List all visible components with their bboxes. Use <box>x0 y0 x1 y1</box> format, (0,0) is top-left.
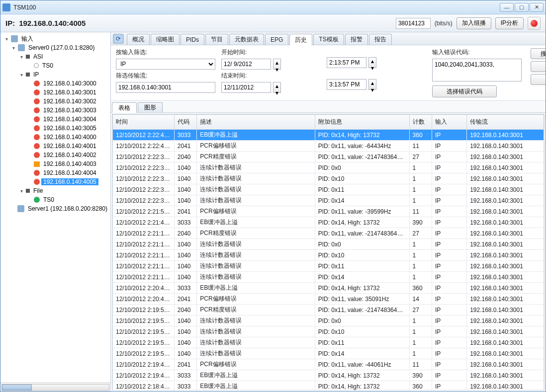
filter-by-input-select[interactable]: IP <box>116 59 215 70</box>
cell-ts: 192.168.0.140:3001 <box>467 370 544 381</box>
end-date-input[interactable] <box>221 82 271 93</box>
tree-node[interactable]: TS0 <box>1 195 109 204</box>
tree-node[interactable]: 192.168.0.140:3001 <box>1 88 109 97</box>
table-row[interactable]: 12/10/2012 2:19:45 ...3033EB缓冲器上溢PID: 0x… <box>113 370 544 381</box>
start-date-input[interactable] <box>221 59 271 70</box>
table-row[interactable]: 12/10/2012 2:21:17 ...1040连续计数器错误PID: 0x… <box>113 261 544 272</box>
table-row[interactable]: 12/10/2012 2:22:46 ...2041PCR偏移错误PID: 0x… <box>113 141 544 152</box>
tree-label: 192.168.0.140:3003 <box>41 107 98 114</box>
delete-all-button[interactable]: 删除所有 <box>531 74 546 85</box>
filter-ts-input[interactable] <box>116 82 215 93</box>
col-6[interactable]: 传输流 <box>467 115 544 130</box>
table-row[interactable]: 12/10/2012 2:22:37 ...1040连续计数器错误PID: 0x… <box>113 195 544 206</box>
tab-9[interactable]: 报告 <box>369 34 392 45</box>
err-icon <box>34 125 40 131</box>
cell-time: 12/10/2012 2:22:48 ... <box>113 130 175 141</box>
end-time-input[interactable] <box>327 79 366 90</box>
table-row[interactable]: 12/10/2012 2:22:37 ...1040连续计数器错误PID: 0x… <box>113 184 544 195</box>
tab-7[interactable]: TS模板 <box>313 34 344 45</box>
choose-error-code-button[interactable]: 选择错误代码 <box>432 85 497 97</box>
tree-node[interactable]: 192.168.0.140:4001 <box>1 142 109 151</box>
tree-node[interactable]: 192.168.0.140:4005 <box>1 177 109 186</box>
table-row[interactable]: 12/10/2012 2:21:17 ...1040连续计数器错误PID: 0x… <box>113 250 544 261</box>
tab-6[interactable]: 历史 <box>289 34 312 45</box>
tree-node[interactable]: 192.168.0.140:4003 <box>1 159 109 168</box>
table-row[interactable]: 12/10/2012 2:22:37 ...1040连续计数器错误PID: 0x… <box>113 162 544 173</box>
cell-code: 1040 <box>174 239 196 250</box>
tab-2[interactable]: PIDs <box>181 34 204 45</box>
tab-0[interactable]: 概况 <box>127 34 150 45</box>
table-row[interactable]: 12/10/2012 2:21:45 ...3033EB缓冲器上溢PID: 0x… <box>113 217 544 228</box>
table-row[interactable]: 12/10/2012 2:21:17 ...2040PCR精度错误PID: 0x… <box>113 228 544 239</box>
cell-input: IP <box>432 326 466 337</box>
col-5[interactable]: 输入 <box>432 115 466 130</box>
minimize-button[interactable]: — <box>500 3 514 12</box>
bitrate-field[interactable] <box>396 18 431 29</box>
table-row[interactable]: 12/10/2012 2:19:57 ...2040PCR精度错误PID: 0x… <box>113 305 544 315</box>
error-code-input[interactable]: 1040,2040,2041,3033, <box>432 59 522 81</box>
ip-analyze-button[interactable]: IP分析 <box>495 17 524 29</box>
tree-node[interactable]: 192.168.0.140:4004 <box>1 168 109 177</box>
search-button[interactable]: 搜索 <box>531 48 546 59</box>
tree-node[interactable]: Server1 (192.168.0.200:8280) <box>1 204 109 213</box>
start-time-spinner[interactable]: ▴▾ <box>368 57 376 68</box>
join-multicast-button[interactable]: 加入组播 <box>456 17 491 29</box>
tab-8[interactable]: 报警 <box>345 34 368 45</box>
cell-code: 3033 <box>174 217 196 228</box>
history-table-wrap[interactable]: 时间代码描述附加信息计数输入传输流 12/10/2012 2:22:48 ...… <box>112 114 545 391</box>
table-row[interactable]: 12/10/2012 2:21:17 ...1040连续计数器错误PID: 0x… <box>113 272 544 283</box>
record-button[interactable] <box>528 17 541 30</box>
tab-4[interactable]: 元数据表 <box>229 34 264 45</box>
close-button[interactable]: ✕ <box>530 3 544 12</box>
table-row[interactable]: 12/10/2012 2:19:49 ...2041PCR偏移错误PID: 0x… <box>113 359 544 370</box>
tree-node[interactable]: ▾输入 <box>1 34 109 43</box>
table-row[interactable]: 12/10/2012 2:22:37 ...1040连续计数器错误PID: 0x… <box>113 173 544 184</box>
table-row[interactable]: 12/10/2012 2:22:38 ...2040PCR精度错误PID: 0x… <box>113 152 544 162</box>
col-4[interactable]: 计数 <box>409 115 432 130</box>
end-time-spinner[interactable]: ▴▾ <box>368 79 376 90</box>
table-row[interactable]: 12/10/2012 2:19:56 ...1040连续计数器错误PID: 0x… <box>113 326 544 337</box>
table-row[interactable]: 12/10/2012 2:19:56 ...1040连续计数器错误PID: 0x… <box>113 315 544 326</box>
tree-node[interactable]: TS0 <box>1 61 109 70</box>
table-row[interactable]: 12/10/2012 2:22:48 ...3033EB缓冲器上溢PID: 0x… <box>113 130 544 141</box>
tree-node[interactable]: 192.168.0.140:4000 <box>1 133 109 142</box>
refresh-button[interactable]: ⟳ <box>113 34 124 44</box>
delete-errors-button[interactable]: 删除错误 <box>531 61 546 72</box>
tab-5[interactable]: EPG <box>265 34 288 45</box>
cell-count: 390 <box>409 370 432 381</box>
tree-node[interactable]: 192.168.0.140:3000 <box>1 79 109 88</box>
tree-node[interactable]: ▾IP <box>1 70 109 79</box>
end-date-spinner[interactable]: ▴▾ <box>273 82 281 93</box>
table-row[interactable]: 12/10/2012 2:19:56 ...1040连续计数器错误PID: 0x… <box>113 348 544 359</box>
subtab-0[interactable]: 表格 <box>112 102 137 113</box>
table-row[interactable]: 12/10/2012 2:20:47 ...2041PCR偏移错误PID: 0x… <box>113 294 544 305</box>
table-row[interactable]: 12/10/2012 2:21:50 ...2041PCR偏移错误PID: 0x… <box>113 206 544 217</box>
tab-1[interactable]: 缩略图 <box>151 34 180 45</box>
tree-node[interactable]: 192.168.0.140:3003 <box>1 106 109 115</box>
cell-info: PID: 0x14, High: 13732 <box>315 217 409 228</box>
col-1[interactable]: 代码 <box>174 115 196 130</box>
cell-desc: 连续计数器错误 <box>197 162 315 173</box>
cell-code: 1040 <box>174 272 196 283</box>
input-tree[interactable]: ▾输入▾Server0 (127.0.0.1:8280)▾ASITS0▾IP19… <box>0 32 110 383</box>
tree-node[interactable]: ▾Server0 (127.0.0.1:8280) <box>1 43 109 52</box>
col-2[interactable]: 描述 <box>197 115 315 130</box>
tree-node[interactable]: 192.168.0.140:3004 <box>1 115 109 124</box>
table-row[interactable]: 12/10/2012 2:21:17 ...1040连续计数器错误PID: 0x… <box>113 239 544 250</box>
tree-node[interactable]: ▾File <box>1 186 109 195</box>
tab-3[interactable]: 节目 <box>205 34 228 45</box>
start-time-input[interactable] <box>327 57 366 68</box>
tree-node[interactable]: 192.168.0.140:3005 <box>1 124 109 133</box>
tree-node[interactable]: 192.168.0.140:4002 <box>1 151 109 159</box>
table-row[interactable]: 12/10/2012 2:18:47 ...3033EB缓冲器上溢PID: 0x… <box>113 381 544 391</box>
subtab-1[interactable]: 图形 <box>138 102 163 112</box>
tree-hscroll[interactable] <box>0 383 110 392</box>
tree-node[interactable]: ▾ASI <box>1 52 109 61</box>
tree-node[interactable]: 192.168.0.140:3002 <box>1 97 109 106</box>
col-3[interactable]: 附加信息 <box>315 115 409 130</box>
col-0[interactable]: 时间 <box>113 115 175 130</box>
maximize-button[interactable]: ▢ <box>515 3 529 12</box>
start-date-spinner[interactable]: ▴▾ <box>273 59 281 70</box>
table-row[interactable]: 12/10/2012 2:20:47 ...3033EB缓冲器上溢PID: 0x… <box>113 283 544 294</box>
table-row[interactable]: 12/10/2012 2:19:56 ...1040连续计数器错误PID: 0x… <box>113 337 544 348</box>
